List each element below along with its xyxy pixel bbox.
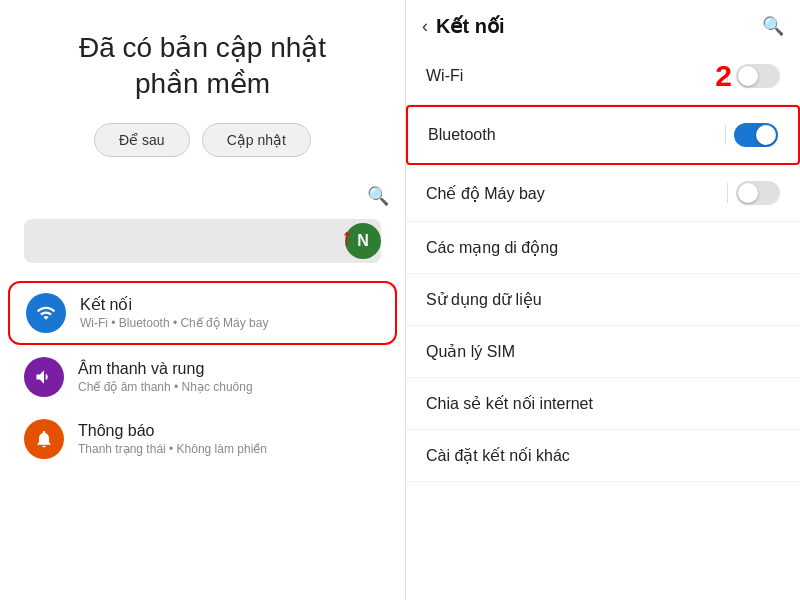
settings-item-mobile[interactable]: Các mạng di động	[406, 222, 800, 274]
right-search-icon[interactable]: 🔍	[762, 15, 784, 37]
thong-bao-sub: Thanh trạng thái • Không làm phiền	[78, 442, 267, 456]
menu-item-thong-bao[interactable]: Thông báo Thanh trạng thái • Không làm p…	[8, 409, 397, 469]
update-button[interactable]: Cập nhật	[202, 123, 311, 157]
update-section: Đã có bản cập nhật phần mềm Để sau Cập n…	[0, 0, 405, 177]
settings-item-sim[interactable]: Quản lý SIM	[406, 326, 800, 378]
settings-item-wifi[interactable]: Wi-Fi 2	[406, 48, 800, 105]
volume-icon	[24, 357, 64, 397]
left-panel: Đã có bản cập nhật phần mềm Để sau Cập n…	[0, 0, 405, 600]
settings-item-other[interactable]: Cài đặt kết nối khác	[406, 430, 800, 482]
mobile-label: Các mạng di động	[426, 238, 558, 257]
bluetooth-label: Bluetooth	[428, 126, 496, 144]
other-label: Cài đặt kết nối khác	[426, 446, 570, 465]
am-thanh-text: Âm thanh và rung Chế độ âm thanh • Nhạc …	[78, 360, 253, 394]
bluetooth-toggle[interactable]	[734, 123, 778, 147]
wifi-toggle-group	[727, 64, 780, 88]
right-panel: ‹ Kết nối 🔍 Wi-Fi 2 Bluetooth	[405, 0, 800, 600]
left-menu-list: Kết nối Wi-Fi • Bluetooth • Chế độ Máy b…	[0, 271, 405, 479]
airplane-toggle-group	[727, 181, 780, 205]
airplane-separator	[727, 183, 728, 203]
data-label: Sử dụng dữ liệu	[426, 290, 542, 309]
bell-icon	[24, 419, 64, 459]
bluetooth-toggle-knob	[756, 125, 776, 145]
bluetooth-separator	[725, 125, 726, 145]
back-button[interactable]: ‹	[422, 16, 428, 37]
ket-noi-title: Kết nối	[80, 295, 268, 314]
arrow-1-icon: ↑	[341, 223, 353, 251]
bluetooth-toggle-group	[725, 123, 778, 147]
update-buttons: Để sau Cập nhật	[30, 123, 375, 157]
ket-noi-sub: Wi-Fi • Bluetooth • Chế độ Máy bay	[80, 316, 268, 330]
wifi-icon	[26, 293, 66, 333]
settings-item-data[interactable]: Sử dụng dữ liệu	[406, 274, 800, 326]
airplane-label: Chế độ Máy bay	[426, 184, 545, 203]
wifi-toggle[interactable]	[736, 64, 780, 88]
am-thanh-sub: Chế độ âm thanh • Nhạc chuông	[78, 380, 253, 394]
search-row: 🔍	[0, 177, 405, 215]
am-thanh-title: Âm thanh và rung	[78, 360, 253, 378]
blurred-bar: N	[8, 215, 397, 267]
wifi-label: Wi-Fi	[426, 67, 463, 85]
ket-noi-text: Kết nối Wi-Fi • Bluetooth • Chế độ Máy b…	[80, 295, 268, 330]
blurred-item	[24, 219, 381, 263]
settings-item-bluetooth[interactable]: Bluetooth	[406, 105, 800, 165]
sim-label: Quản lý SIM	[426, 342, 515, 361]
settings-list: Wi-Fi 2 Bluetooth Chế độ Máy bay	[406, 48, 800, 600]
thong-bao-title: Thông báo	[78, 422, 267, 440]
right-header: ‹ Kết nối 🔍	[406, 0, 800, 48]
thong-bao-text: Thông báo Thanh trạng thái • Không làm p…	[78, 422, 267, 456]
menu-item-am-thanh[interactable]: Âm thanh và rung Chế độ âm thanh • Nhạc …	[8, 347, 397, 407]
annotation-2: 2	[715, 59, 732, 93]
back-title-group: ‹ Kết nối	[422, 14, 504, 38]
update-title: Đã có bản cập nhật phần mềm	[30, 30, 375, 103]
wifi-toggle-knob	[738, 66, 758, 86]
airplane-toggle-knob	[738, 183, 758, 203]
later-button[interactable]: Để sau	[94, 123, 190, 157]
settings-item-hotspot[interactable]: Chia sẻ kết nối internet	[406, 378, 800, 430]
search-icon[interactable]: 🔍	[367, 185, 389, 207]
right-panel-title: Kết nối	[436, 14, 504, 38]
hotspot-label: Chia sẻ kết nối internet	[426, 394, 593, 413]
airplane-toggle[interactable]	[736, 181, 780, 205]
settings-item-airplane[interactable]: Chế độ Máy bay	[406, 165, 800, 222]
menu-item-ket-noi[interactable]: Kết nối Wi-Fi • Bluetooth • Chế độ Máy b…	[8, 281, 397, 345]
